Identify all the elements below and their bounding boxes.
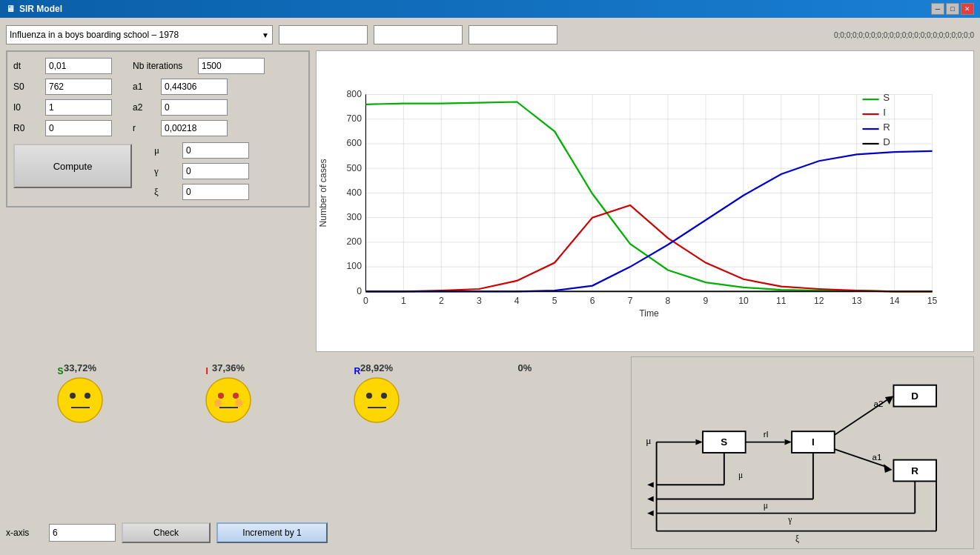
- svg-text:400: 400: [347, 187, 362, 198]
- svg-point-70: [235, 399, 242, 407]
- data-string-label: 0;0;0;0;0;0;0;0;0;0;0;0;0;0;0;0;0;0;0;0;…: [834, 31, 974, 39]
- close-button[interactable]: ✕: [961, 3, 974, 15]
- svg-text:Number of cases: Number of cases: [318, 159, 328, 227]
- a1-label: a1: [133, 82, 155, 92]
- dt-row: dt Nb iterations: [13, 58, 302, 74]
- svg-text:100: 100: [347, 261, 362, 271]
- s0-row: S0 a1: [13, 79, 302, 95]
- svg-text:300: 300: [347, 212, 362, 222]
- svg-text:800: 800: [347, 89, 362, 99]
- top-bar: Influenza in a boys boarding school – 19…: [6, 24, 974, 46]
- gamma-input[interactable]: [182, 163, 249, 179]
- r-input[interactable]: [161, 120, 228, 136]
- svg-text:3: 3: [477, 296, 482, 306]
- svg-text:8: 8: [666, 296, 671, 306]
- r0-input[interactable]: [45, 120, 112, 136]
- dt-label: dt: [13, 61, 39, 71]
- svg-text:4: 4: [514, 296, 520, 306]
- title-bar: 🖥 SIR Model ─ □ ✕: [0, 0, 980, 18]
- r-percent: 28,92%: [360, 362, 393, 373]
- a2-label: a2: [133, 102, 155, 113]
- mu-input[interactable]: [182, 142, 249, 159]
- svg-text:11: 11: [776, 296, 787, 306]
- svg-text:Time: Time: [639, 308, 659, 319]
- left-panel: dt Nb iterations S0 a1 I0: [6, 50, 310, 352]
- svg-text:9: 9: [703, 296, 709, 306]
- nb-iterations-label: Nb iterations: [133, 61, 192, 71]
- r0-row: R0 r: [13, 120, 302, 136]
- svg-text:200: 200: [347, 236, 362, 247]
- svg-text:600: 600: [347, 138, 362, 148]
- gamma-label: γ: [154, 165, 176, 177]
- check-button[interactable]: Check: [122, 522, 211, 543]
- bottom-section: 33,72% S 37,36% I: [6, 356, 974, 549]
- chart-panel: 0 100 200 300 400 500 600 700 800 0 1 2 …: [316, 50, 974, 352]
- svg-text:5: 5: [552, 296, 557, 306]
- app-title: SIR Model: [19, 4, 62, 14]
- emoji-i: 37,36% I: [154, 362, 302, 425]
- svg-text:6: 6: [590, 296, 595, 306]
- i0-label: I0: [13, 102, 39, 113]
- s-letter: S: [58, 366, 64, 376]
- top-input-1[interactable]: [279, 25, 368, 44]
- dataset-dropdown[interactable]: Influenza in a boys boarding school – 19…: [6, 25, 273, 44]
- svg-point-67: [218, 393, 224, 399]
- s0-input[interactable]: [45, 79, 112, 95]
- params-panel: dt Nb iterations S0 a1 I0: [6, 50, 310, 207]
- s-face: S: [56, 376, 105, 425]
- i-face: I: [205, 376, 253, 425]
- svg-text:7: 7: [628, 296, 633, 306]
- emoji-r: 28,92% R: [302, 362, 451, 425]
- xi-label: ξ: [154, 186, 176, 198]
- svg-point-71: [354, 378, 399, 422]
- svg-text:13: 13: [852, 296, 862, 306]
- a2-input[interactable]: [161, 99, 228, 116]
- maximize-button[interactable]: □: [946, 3, 959, 15]
- i0-input[interactable]: [45, 99, 112, 116]
- svg-point-63: [58, 378, 102, 422]
- increment-button[interactable]: Increment by 1: [216, 522, 328, 543]
- svg-text:S: S: [883, 92, 890, 103]
- svg-rect-55: [862, 99, 878, 100]
- svg-point-64: [70, 393, 76, 399]
- svg-text:rI: rI: [764, 430, 769, 439]
- svg-rect-57: [862, 113, 878, 115]
- top-input-2[interactable]: [374, 25, 463, 44]
- svg-point-66: [206, 378, 251, 422]
- main-content: Influenza in a boys boarding school – 19…: [0, 18, 980, 555]
- r0-label: R0: [13, 123, 39, 133]
- svg-text:ξ: ξ: [795, 534, 799, 544]
- svg-text:700: 700: [347, 113, 362, 124]
- right-params: μ γ ξ: [154, 142, 249, 200]
- gamma-row: γ: [154, 163, 249, 179]
- diagram-svg: μ S rI I a2 D: [632, 357, 973, 548]
- svg-point-65: [85, 393, 90, 399]
- title-bar-controls[interactable]: ─ □ ✕: [931, 3, 974, 15]
- d-percent: 0%: [518, 362, 532, 373]
- svg-text:R: R: [883, 122, 890, 133]
- svg-point-69: [214, 399, 222, 407]
- emoji-row: 33,72% S 37,36% I: [6, 356, 625, 516]
- top-input-3[interactable]: [469, 25, 557, 44]
- svg-text:I: I: [812, 436, 815, 448]
- svg-text:R: R: [911, 465, 918, 476]
- svg-text:14: 14: [890, 296, 900, 306]
- a1-input[interactable]: [161, 79, 228, 95]
- xaxis-input[interactable]: [49, 524, 116, 542]
- minimize-button[interactable]: ─: [931, 3, 944, 15]
- svg-text:D: D: [883, 136, 890, 147]
- i-letter: I: [206, 366, 208, 376]
- title-bar-title-section: 🖥 SIR Model: [6, 4, 62, 14]
- xi-input[interactable]: [182, 184, 249, 200]
- diagram-panel: μ S rI I a2 D: [631, 356, 974, 549]
- dt-input[interactable]: [45, 58, 112, 74]
- nb-iterations-input[interactable]: [198, 58, 265, 74]
- svg-text:0: 0: [357, 286, 362, 296]
- svg-text:15: 15: [927, 296, 938, 306]
- emoji-d: 0%: [451, 362, 599, 376]
- compute-button[interactable]: Compute: [13, 144, 132, 188]
- xaxis-label: x-axis: [6, 528, 43, 538]
- svg-text:0: 0: [363, 296, 368, 306]
- svg-text:1: 1: [401, 296, 406, 306]
- svg-point-68: [233, 393, 239, 399]
